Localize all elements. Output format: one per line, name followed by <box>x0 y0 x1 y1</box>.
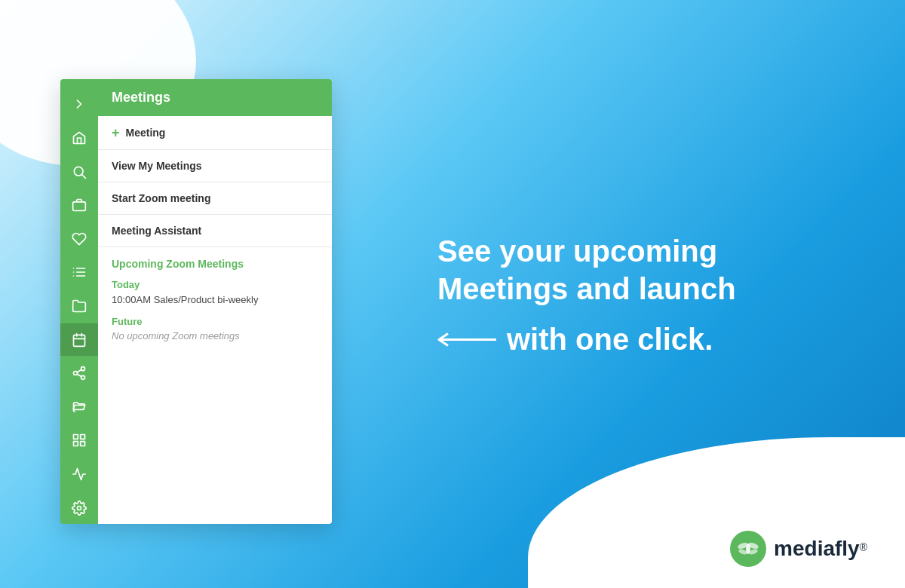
no-future-meetings: No upcoming Zoom meetings <box>112 330 318 341</box>
panel-header: Meetings <box>98 79 332 116</box>
menu-item-start-zoom[interactable]: Start Zoom meeting <box>98 182 332 215</box>
sidebar-item-share[interactable] <box>60 357 98 390</box>
svg-rect-9 <box>74 335 85 346</box>
sidebar-item-search[interactable] <box>60 155 98 188</box>
meeting-name: Sales/Product bi-weekly <box>154 294 259 305</box>
mediafly-logo: mediafly® <box>730 531 867 567</box>
sidebar-item-grid[interactable] <box>60 424 98 457</box>
plus-icon: + <box>112 126 120 139</box>
svg-rect-19 <box>81 435 85 439</box>
sidebar-item-analytics[interactable] <box>60 458 98 491</box>
sidebar-item-briefcase[interactable] <box>60 189 98 222</box>
promo-text: See your upcomingMeetings and launch <box>437 232 860 308</box>
sidebar-item-calendar[interactable] <box>60 323 98 356</box>
svg-rect-21 <box>81 442 85 446</box>
mediafly-name: mediafly® <box>774 537 867 561</box>
upcoming-title: Upcoming Zoom Meetings <box>112 258 318 270</box>
sidebar-item-favorites[interactable] <box>60 222 98 255</box>
mediafly-icon <box>730 531 766 567</box>
promo-line1: See your upcomingMeetings and launch <box>437 234 736 305</box>
sidebar-item-expand[interactable] <box>60 88 98 121</box>
left-arrow-icon <box>437 330 498 348</box>
menu-item-label-view: View My Meetings <box>112 160 202 172</box>
main-panel: Meetings + Meeting View My Meetings Star… <box>98 79 332 524</box>
upcoming-section: Upcoming Zoom Meetings Today 10:00AM Sal… <box>98 247 332 345</box>
menu-item-label-zoom: Start Zoom meeting <box>112 192 210 204</box>
sidebar-item-folder-open[interactable] <box>60 390 98 423</box>
menu-section: + Meeting View My Meetings Start Zoom me… <box>98 116 332 524</box>
mediafly-dragonfly-icon <box>737 537 759 560</box>
app-panel: Meetings + Meeting View My Meetings Star… <box>60 79 332 524</box>
svg-point-22 <box>78 506 81 510</box>
svg-line-1 <box>82 174 86 178</box>
sidebar-item-settings[interactable] <box>60 492 98 524</box>
menu-item-meeting-assistant[interactable]: Meeting Assistant <box>98 215 332 247</box>
svg-line-16 <box>77 374 81 376</box>
menu-item-view-meetings[interactable]: View My Meetings <box>98 150 332 182</box>
svg-rect-2 <box>73 202 86 211</box>
promo-click-text: with one click. <box>507 323 713 357</box>
meeting-time: 10:00AM <box>112 294 154 305</box>
promo-content: See your upcomingMeetings and launch wit… <box>437 232 860 357</box>
sidebar-item-folder[interactable] <box>60 290 98 323</box>
menu-item-label-meeting: Meeting <box>126 127 166 139</box>
sidebar-item-list[interactable] <box>60 256 98 289</box>
today-label: Today <box>112 279 318 290</box>
meeting-entry-today[interactable]: 10:00AM Sales/Product bi-weekly <box>112 293 318 307</box>
future-label: Future <box>112 316 318 327</box>
menu-item-add-meeting[interactable]: + Meeting <box>98 116 332 150</box>
svg-rect-18 <box>74 435 78 439</box>
svg-rect-20 <box>74 442 78 446</box>
menu-item-label-assistant: Meeting Assistant <box>112 225 201 237</box>
sidebar <box>60 79 98 524</box>
sidebar-item-home[interactable] <box>60 122 98 155</box>
arrow-row: with one click. <box>437 323 860 357</box>
panel-title: Meetings <box>112 90 170 105</box>
svg-line-17 <box>77 370 81 372</box>
